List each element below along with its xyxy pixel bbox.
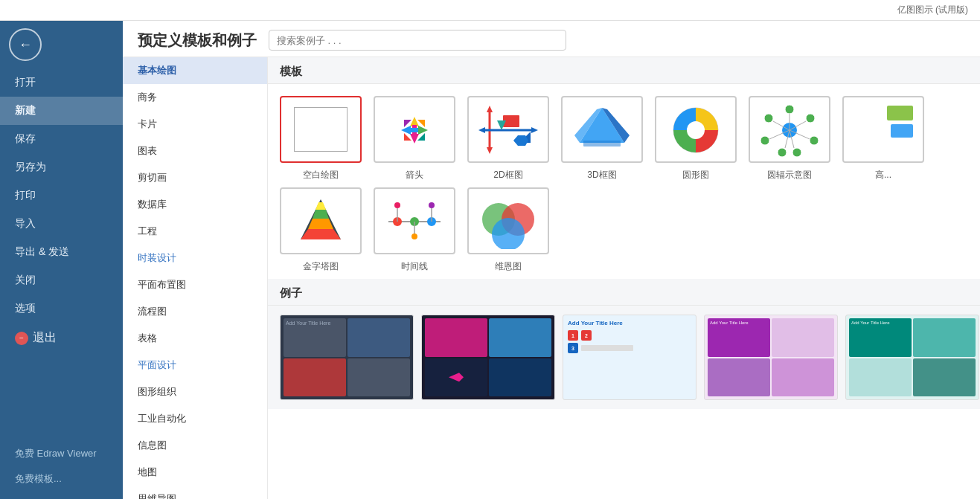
template-2dframe[interactable]: 2D框图 bbox=[467, 96, 549, 181]
sidebar-item-close[interactable]: 关闭 bbox=[0, 266, 123, 294]
sidebar-item-print[interactable]: 打印 bbox=[0, 181, 123, 210]
app-title: 亿图图示 (试用版) bbox=[897, 4, 968, 16]
page-title: 预定义模板和例子 bbox=[138, 30, 257, 51]
category-item-mindmap[interactable]: 思维导图 bbox=[123, 486, 267, 499]
template-high[interactable]: 高... bbox=[842, 96, 924, 181]
svg-rect-25 bbox=[583, 141, 621, 147]
sidebar-item-exit[interactable]: − 退出 bbox=[0, 323, 123, 353]
template-label-2dframe: 2D框图 bbox=[493, 169, 522, 181]
category-item-table[interactable]: 表格 bbox=[123, 325, 267, 352]
category-item-engineering[interactable]: 工程 bbox=[123, 218, 267, 245]
template-label-high: 高... bbox=[875, 169, 891, 181]
svg-marker-47 bbox=[308, 219, 333, 229]
sidebar-bottom: 免费 Edraw Viewer 免费模板... bbox=[0, 441, 123, 499]
sidebar-item-options[interactable]: 选项 bbox=[0, 294, 123, 323]
template-label-3dframe: 3D框图 bbox=[587, 169, 616, 181]
template-thumb-3dframe bbox=[561, 96, 643, 163]
sidebar-item-free-viewer[interactable]: 免费 Edraw Viewer bbox=[0, 441, 123, 466]
category-item-business[interactable]: 商务 bbox=[123, 84, 267, 111]
arrow-icon bbox=[381, 102, 448, 158]
category-item-cutaway[interactable]: 剪切画 bbox=[123, 164, 267, 191]
template-venn[interactable]: 维恩图 bbox=[467, 187, 549, 273]
sidebar-item-open[interactable]: 打开 bbox=[0, 68, 123, 97]
example-item-1[interactable]: Add Your Title Here bbox=[280, 315, 414, 400]
circular-icon bbox=[662, 102, 729, 158]
category-list: 基本绘图 商务 卡片 图表 剪切画 数据库 工程 bbox=[123, 57, 268, 499]
blank-canvas-icon bbox=[294, 107, 348, 152]
svg-point-32 bbox=[778, 148, 787, 157]
2dframe-icon bbox=[475, 102, 542, 158]
template-thumb-high bbox=[842, 96, 924, 163]
example-item-3[interactable]: Add Your Title Here 1 2 3 bbox=[563, 315, 696, 400]
svg-point-29 bbox=[806, 114, 815, 123]
template-thumb-radial bbox=[749, 96, 830, 163]
template-label-arrow: 箭头 bbox=[406, 169, 423, 181]
example-item-4[interactable]: Add Your Title Here bbox=[704, 315, 838, 400]
template-label-timeline: 时间线 bbox=[401, 260, 428, 273]
template-arrow[interactable]: 箭头 bbox=[374, 96, 455, 181]
template-thumb-pyramid bbox=[280, 187, 362, 254]
category-item-map[interactable]: 地图 bbox=[123, 459, 267, 486]
svg-marker-21 bbox=[513, 135, 528, 146]
back-button[interactable]: ← bbox=[9, 28, 42, 61]
template-thumb-circular bbox=[655, 96, 737, 163]
template-thumb-2dframe bbox=[467, 96, 549, 163]
category-item-fashion[interactable]: 时装设计 bbox=[123, 245, 267, 271]
search-input[interactable] bbox=[269, 30, 566, 51]
template-radial[interactable]: 圆辐示意图 bbox=[749, 96, 830, 181]
svg-marker-16 bbox=[478, 127, 485, 133]
template-circular[interactable]: 圆形图 bbox=[655, 96, 737, 181]
template-pyramid[interactable]: 金字塔图 bbox=[280, 187, 362, 273]
category-item-flowchart[interactable]: 流程图 bbox=[123, 298, 267, 325]
svg-point-27 bbox=[687, 121, 705, 139]
high-icon bbox=[850, 102, 917, 158]
svg-marker-13 bbox=[487, 106, 493, 112]
sidebar-item-import[interactable]: 导入 bbox=[0, 210, 123, 238]
templates-panel: 模板 空白绘图 bbox=[268, 57, 980, 499]
back-icon: ← bbox=[19, 37, 32, 53]
category-item-flatdesign[interactable]: 平面设计 bbox=[123, 352, 267, 379]
template-3dframe[interactable]: 3D框图 bbox=[561, 96, 643, 181]
example-item-5[interactable]: Add Your Title Here bbox=[845, 315, 979, 400]
svg-point-30 bbox=[810, 136, 819, 145]
category-item-infographic[interactable]: 图形组织 bbox=[123, 379, 267, 405]
svg-point-58 bbox=[429, 202, 435, 208]
sidebar-item-free-template[interactable]: 免费模板... bbox=[0, 466, 123, 492]
sidebar-nav: 打开 新建 保存 另存为 打印 导入 导出 & 发送 关闭 bbox=[0, 68, 123, 441]
svg-point-28 bbox=[785, 105, 794, 114]
category-item-chart[interactable]: 图表 bbox=[123, 138, 267, 164]
svg-point-62 bbox=[492, 218, 525, 249]
title-bar: 亿图图示 (试用版) bbox=[0, 0, 980, 21]
category-item-basic[interactable]: 基本绘图 bbox=[123, 57, 267, 84]
sidebar-item-save[interactable]: 保存 bbox=[0, 125, 123, 153]
content-area: 预定义模板和例子 基本绘图 商务 卡片 图表 剪切画 bbox=[123, 21, 980, 499]
category-item-database[interactable]: 数据库 bbox=[123, 191, 267, 218]
category-item-card[interactable]: 卡片 bbox=[123, 111, 267, 138]
timeline-icon bbox=[381, 193, 448, 249]
sidebar-item-new[interactable]: 新建 bbox=[0, 97, 123, 125]
templates-grid: 空白绘图 bbox=[268, 84, 980, 187]
template-timeline[interactable]: 时间线 bbox=[374, 187, 455, 273]
3dframe-icon bbox=[569, 102, 635, 158]
category-item-infodiagram[interactable]: 信息图 bbox=[123, 432, 267, 459]
sidebar-item-export[interactable]: 导出 & 发送 bbox=[0, 238, 123, 266]
template-thumb-timeline bbox=[374, 187, 455, 254]
sidebar: ← 打开 新建 保存 另存为 打印 导入 导出 & 发送 bbox=[0, 21, 123, 499]
radial-icon bbox=[756, 102, 823, 158]
template-label-pyramid: 金字塔图 bbox=[303, 260, 339, 273]
template-blank[interactable]: 空白绘图 bbox=[280, 96, 362, 181]
svg-marker-14 bbox=[487, 147, 493, 154]
sidebar-item-saveas[interactable]: 另存为 bbox=[0, 153, 123, 181]
exit-icon: − bbox=[15, 332, 28, 345]
template-label-venn: 维恩图 bbox=[495, 260, 522, 273]
venn-icon bbox=[475, 193, 542, 249]
svg-point-59 bbox=[411, 234, 417, 239]
category-item-floorplan[interactable]: 平面布置图 bbox=[123, 271, 267, 298]
content-header: 预定义模板和例子 bbox=[123, 21, 980, 57]
example-item-2[interactable] bbox=[421, 315, 555, 400]
template-thumb-venn bbox=[467, 187, 549, 254]
svg-point-33 bbox=[760, 136, 769, 145]
svg-rect-43 bbox=[887, 106, 913, 120]
pyramid-icon bbox=[287, 193, 354, 249]
category-item-industrial[interactable]: 工业自动化 bbox=[123, 405, 267, 432]
